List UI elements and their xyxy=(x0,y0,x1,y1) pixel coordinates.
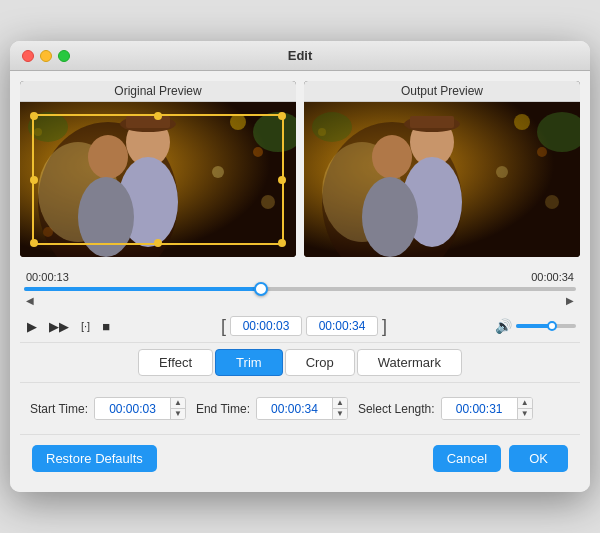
step-button[interactable]: [·] xyxy=(78,318,93,334)
end-time-display: 00:00:34 xyxy=(531,271,574,283)
tab-effect[interactable]: Effect xyxy=(138,349,213,376)
bracket-open-icon: [ xyxy=(221,317,226,335)
edit-fields-row: Start Time: ▲ ▼ End Time: xyxy=(30,397,570,420)
volume-section: 🔊 xyxy=(495,318,576,334)
main-content: Original Preview xyxy=(10,71,590,492)
svg-point-26 xyxy=(514,114,530,130)
play-button[interactable]: ▶ xyxy=(24,317,40,336)
crop-handle-tl[interactable] xyxy=(30,112,38,120)
progress-arrows: ◀ ▶ xyxy=(24,295,576,306)
select-length-spinners: ▲ ▼ xyxy=(517,398,532,419)
end-time-down-button[interactable]: ▼ xyxy=(333,409,347,419)
crop-handle-br[interactable] xyxy=(278,239,286,247)
timeline-track xyxy=(24,287,576,291)
select-length-down-button[interactable]: ▼ xyxy=(518,409,532,419)
end-time-spinners: ▲ ▼ xyxy=(332,398,347,419)
time-display-row: 00:00:13 00:00:34 xyxy=(24,271,576,283)
output-preview-label: Output Preview xyxy=(304,81,580,102)
svg-point-25 xyxy=(362,177,418,257)
original-preview-label: Original Preview xyxy=(20,81,296,102)
cancel-button[interactable]: Cancel xyxy=(433,445,501,472)
select-length-up-button[interactable]: ▲ xyxy=(518,398,532,409)
titlebar: Edit xyxy=(10,41,590,71)
timeline-thumb[interactable] xyxy=(254,282,268,296)
bottom-bar: Restore Defaults Cancel OK xyxy=(20,434,580,482)
original-preview-panel: Original Preview xyxy=(20,81,296,257)
traffic-lights xyxy=(22,50,70,62)
stop-button[interactable]: ■ xyxy=(99,317,113,336)
select-length-field: Select Length: ▲ ▼ xyxy=(358,397,533,420)
left-arrow-icon: ◀ xyxy=(26,295,34,306)
timeline-section: 00:00:13 00:00:34 ◀ ▶ xyxy=(20,265,580,310)
crop-handle-bl[interactable] xyxy=(30,239,38,247)
tabs-row: Effect Trim Crop Watermark xyxy=(20,342,580,383)
tab-crop[interactable]: Crop xyxy=(285,349,355,376)
crop-handle-tr[interactable] xyxy=(278,112,286,120)
volume-icon: 🔊 xyxy=(495,318,512,334)
start-time-down-button[interactable]: ▼ xyxy=(171,409,185,419)
output-image-svg xyxy=(304,102,580,257)
close-button[interactable] xyxy=(22,50,34,62)
start-time-spinners: ▲ ▼ xyxy=(170,398,185,419)
select-length-label: Select Length: xyxy=(358,402,435,416)
edit-window: Edit Original Preview xyxy=(10,41,590,492)
crop-handle-bm[interactable] xyxy=(154,239,162,247)
end-time-up-button[interactable]: ▲ xyxy=(333,398,347,409)
controls-row: ▶ ▶▶ [·] ■ [ ] 🔊 xyxy=(20,310,580,342)
end-time-input[interactable] xyxy=(257,399,332,419)
trim-end-input[interactable] xyxy=(306,316,378,336)
volume-slider-track[interactable] xyxy=(516,324,576,328)
window-title: Edit xyxy=(288,48,313,63)
start-time-up-button[interactable]: ▲ xyxy=(171,398,185,409)
select-length-input[interactable] xyxy=(442,399,517,419)
timeline-fill xyxy=(24,287,261,291)
svg-point-28 xyxy=(496,166,508,178)
bottom-right-buttons: Cancel OK xyxy=(433,445,568,472)
crop-overlay xyxy=(32,114,284,245)
end-time-input-wrap: ▲ ▼ xyxy=(256,397,348,420)
end-time-label: End Time: xyxy=(196,402,250,416)
start-time-input-wrap: ▲ ▼ xyxy=(94,397,186,420)
crop-handle-tm[interactable] xyxy=(154,112,162,120)
start-time-label: Start Time: xyxy=(30,402,88,416)
start-time-display: 00:00:13 xyxy=(26,271,69,283)
start-time-field: Start Time: ▲ ▼ xyxy=(30,397,186,420)
timeline-slider-container[interactable] xyxy=(24,287,576,291)
svg-point-32 xyxy=(312,112,352,142)
trim-section: [ ] xyxy=(119,316,489,336)
restore-defaults-button[interactable]: Restore Defaults xyxy=(32,445,157,472)
crop-handle-lm[interactable] xyxy=(30,176,38,184)
svg-rect-22 xyxy=(410,116,454,128)
tab-trim[interactable]: Trim xyxy=(215,349,283,376)
preview-row: Original Preview xyxy=(20,81,580,257)
right-arrow-icon: ▶ xyxy=(566,295,574,306)
start-time-input[interactable] xyxy=(95,399,170,419)
maximize-button[interactable] xyxy=(58,50,70,62)
fast-forward-button[interactable]: ▶▶ xyxy=(46,317,72,336)
output-preview-panel: Output Preview xyxy=(304,81,580,257)
minimize-button[interactable] xyxy=(40,50,52,62)
edit-section: Start Time: ▲ ▼ End Time: xyxy=(20,383,580,434)
svg-point-29 xyxy=(545,195,559,209)
bracket-close-icon: ] xyxy=(382,317,387,335)
end-time-field: End Time: ▲ ▼ xyxy=(196,397,348,420)
select-length-input-wrap: ▲ ▼ xyxy=(441,397,533,420)
original-preview-image xyxy=(20,102,296,257)
svg-point-27 xyxy=(537,147,547,157)
tab-watermark[interactable]: Watermark xyxy=(357,349,462,376)
svg-point-24 xyxy=(372,135,412,179)
ok-button[interactable]: OK xyxy=(509,445,568,472)
trim-start-input[interactable] xyxy=(230,316,302,336)
crop-handle-rm[interactable] xyxy=(278,176,286,184)
output-preview-image xyxy=(304,102,580,257)
volume-thumb[interactable] xyxy=(547,321,557,331)
